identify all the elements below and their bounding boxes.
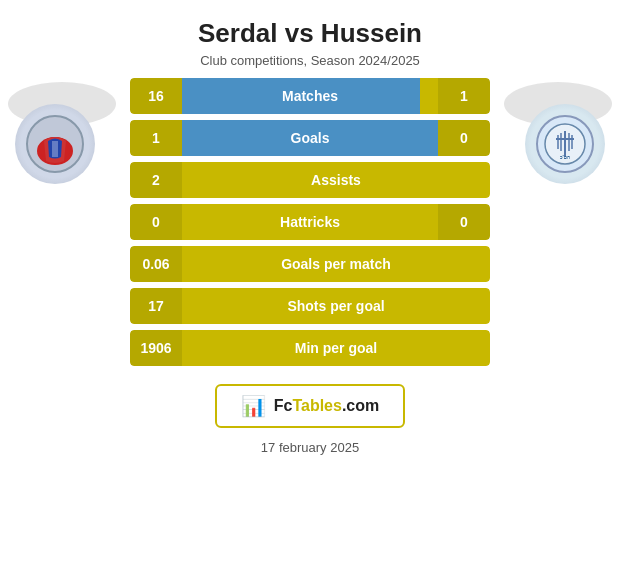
stat-label-shots-per-goal: Shots per goal [287,298,384,314]
team-logo-right: חפ"כ [520,104,610,184]
stat-left-val-min-per-goal: 1906 [130,330,182,366]
stat-right-val-hattricks: 0 [438,204,490,240]
page-subtitle: Club competitions, Season 2024/2025 [10,53,610,68]
stat-label-goals-per-match: Goals per match [281,256,391,272]
stat-row-goals: 1Goals0 [130,120,490,156]
stat-label-matches: Matches [282,88,338,104]
stat-bar-goals: Goals [182,120,438,156]
header: Serdal vs Hussein Club competitions, Sea… [0,0,620,74]
stat-row-min-per-goal: 1906Min per goal [130,330,490,366]
stat-left-val-goals: 1 [130,120,182,156]
stat-left-val-shots-per-goal: 17 [130,288,182,324]
stat-left-val-goals-per-match: 0.06 [130,246,182,282]
stat-left-val-matches: 16 [130,78,182,114]
stat-row-shots-per-goal: 17Shots per goal [130,288,490,324]
stat-label-assists: Assists [311,172,361,188]
stat-bar-min-per-goal: Min per goal [182,330,490,366]
page-wrapper: Serdal vs Hussein Club competitions, Sea… [0,0,620,580]
team-logo-left [10,104,100,184]
fctables-icon: 📊 [241,394,266,418]
page-title: Serdal vs Hussein [10,18,610,49]
stat-row-matches: 16Matches1 [130,78,490,114]
stat-right-val-matches: 1 [438,78,490,114]
left-logo-circle [15,104,95,184]
footer-date: 17 february 2025 [261,440,359,455]
stat-label-min-per-goal: Min per goal [295,340,377,356]
stat-bar-shots-per-goal: Shots per goal [182,288,490,324]
svg-text:חפ"כ: חפ"כ [560,154,571,160]
stat-right-val-goals: 0 [438,120,490,156]
stats-container: 16Matches11Goals02Assists0Hattricks00.06… [130,78,490,366]
fctables-label: FcTables.com [274,397,380,415]
stat-row-assists: 2Assists [130,162,490,198]
stat-left-val-assists: 2 [130,162,182,198]
stat-bar-goals-per-match: Goals per match [182,246,490,282]
right-logo-circle: חפ"כ [525,104,605,184]
stat-row-goals-per-match: 0.06Goals per match [130,246,490,282]
fctables-banner[interactable]: 📊 FcTables.com [215,384,406,428]
stat-label-goals: Goals [291,130,330,146]
stat-left-val-hattricks: 0 [130,204,182,240]
stat-bar-hattricks: Hattricks [182,204,438,240]
stat-label-hattricks: Hattricks [280,214,340,230]
stat-row-hattricks: 0Hattricks0 [130,204,490,240]
stat-bar-assists: Assists [182,162,490,198]
hussein-logo-svg: חפ"כ [534,113,596,175]
serdal-logo-svg [24,113,86,175]
stat-bar-matches: Matches [182,78,438,114]
